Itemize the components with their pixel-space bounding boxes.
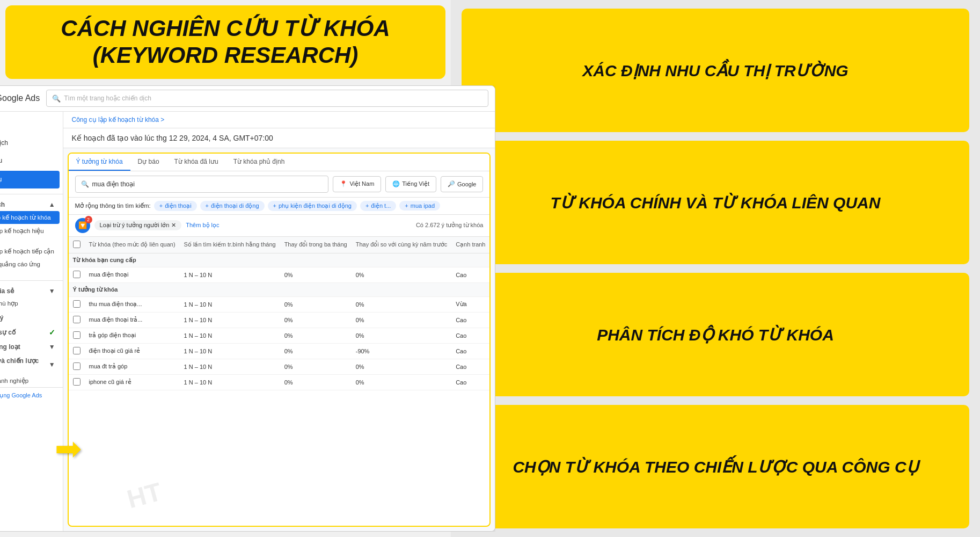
- sidebar-reach-planner[interactable]: Công cụ lập kế hoạch tiếp cận: [0, 245, 63, 258]
- ads-logo-text: Google Ads: [0, 93, 40, 103]
- planning-header[interactable]: Lập kế hoạch ▲: [0, 197, 63, 211]
- location-icon: 📍: [340, 180, 347, 187]
- row-checkbox-3[interactable]: [73, 316, 81, 323]
- filter-badge: 2: [85, 216, 92, 223]
- sidebar-top-icons: + Tạo 📢 Chiến dịch 🎯 Mục tiêu 🔧: [0, 112, 63, 192]
- keyword-cell-7: iphone cũ giá rẻ: [85, 374, 180, 390]
- budget-label: Ngân sách và chiến lược đặt giá thầu: [0, 357, 49, 372]
- vol-cell-3: 1 N – 10 N: [180, 312, 280, 328]
- sidebar-keyword-planner[interactable]: Công cụ lập kế hoạch từ khóa: [0, 211, 60, 224]
- shared-chevron: ▼: [49, 287, 55, 295]
- app-download-label: Tải ứng dụng Google Ads: [0, 392, 42, 399]
- kp-tabs: Ý tưởng từ khóa Dự báo Từ khóa đã lưu Từ…: [69, 154, 490, 171]
- keyword-table: Từ khóa (theo mức độ liên quan) Số lần t…: [69, 237, 490, 390]
- engine-filter[interactable]: 🔎 Google: [441, 176, 483, 192]
- sidebar-goal[interactable]: 🎯 Mục tiêu: [0, 152, 63, 170]
- row-checkbox-5[interactable]: [73, 347, 81, 354]
- vol-cell-5: 1 N – 10 N: [180, 343, 280, 359]
- shared-library-label: Thư viện chia sẻ: [0, 287, 14, 295]
- kp-table-container: Từ khóa (theo mức độ liên quan) Số lần t…: [69, 237, 490, 390]
- budget-header[interactable]: Ngân sách và chiến lược đặt giá thầu ▼: [0, 353, 63, 374]
- right-card-4: CHỌN TỪ KHÓA THEO CHIẾN LƯỢC QUA CÔNG CỤ: [462, 405, 969, 528]
- ads-sidebar: + Tạo 📢 Chiến dịch 🎯 Mục tiêu 🔧: [0, 112, 63, 531]
- comp-cell-5: Cao: [451, 343, 489, 359]
- management-header[interactable]: Trình quản lý: [0, 310, 63, 324]
- sidebar-create[interactable]: + Tạo: [0, 114, 63, 134]
- adult-filter-remove[interactable]: Loại trừ ý tưởng người lớn ✕: [94, 220, 182, 230]
- filter-funnel-btn[interactable]: 🔽 2: [75, 218, 90, 233]
- keyword-cell-6: mua đt trả góp: [85, 359, 180, 374]
- keyword-cell-2: thu mua điện thoạ...: [85, 296, 180, 312]
- th-checkbox: [69, 237, 85, 253]
- sidebar-biz-data[interactable]: Dữ liệu doanh nghiệp: [0, 374, 63, 387]
- shared-library-header[interactable]: Thư viện chia sẻ ▼: [0, 283, 63, 297]
- fix-header[interactable]: Khắc phục sự cố ✓: [0, 324, 63, 339]
- screenshot-wrapper: ☰ Google Ads 🔍 Tìm một trang hoặc chiến …: [0, 85, 495, 532]
- main-title-text: CÁCH NGHIÊN CỨU TỪ KHÓA (KEYWORD RESEARC…: [16, 15, 435, 69]
- arrow-overlay: ➡: [55, 430, 82, 467]
- remove-icon: ✕: [171, 222, 176, 229]
- sidebar-performance-planner[interactable]: Công cụ lập kế hoạch hiệu suất: [0, 224, 63, 245]
- search-icon: 🔍: [52, 95, 61, 103]
- row-checkbox-6[interactable]: [73, 362, 81, 370]
- app-download-bar[interactable]: 📱 Tải ứng dụng Google Ads: [0, 387, 63, 403]
- table-row: mua điện thoại trả... 1 N – 10 N 0% 0% C…: [69, 312, 490, 328]
- language-icon: 🌐: [392, 180, 400, 187]
- sidebar-campaign[interactable]: 📢 Chiến dịch: [0, 134, 63, 152]
- breadcrumb-text: Công cụ lập kế hoạch từ khóa >: [72, 116, 165, 124]
- location-filter[interactable]: 📍 Việt Nam: [333, 176, 381, 192]
- checkmark-icon: ✓: [49, 328, 55, 337]
- breadcrumb[interactable]: Công cụ lập kế hoạch từ khóa >: [63, 112, 495, 128]
- sidebar-app-ads[interactable]: Trung tâm quảng cáo ứng dụng: [0, 258, 63, 278]
- tag-plus-icon3: +: [273, 202, 276, 209]
- row-checkbox-4[interactable]: [73, 331, 81, 339]
- tab-saved-keywords[interactable]: Từ khóa đã lưu: [167, 154, 226, 171]
- language-filter[interactable]: 🌐 Tiếng Việt: [385, 176, 436, 192]
- google-ads-logo: Google Ads: [0, 91, 40, 106]
- tag-dienthoaididong[interactable]: + điện thoại di động: [200, 201, 265, 211]
- row-checkbox-7[interactable]: [73, 378, 81, 386]
- ads-main: + Tạo 📢 Chiến dịch 🎯 Mục tiêu 🔧: [0, 112, 495, 531]
- tab-negative-keywords[interactable]: Từ khóa phủ định: [226, 154, 292, 171]
- sidebar-content[interactable]: Nội dung phù hợp: [0, 297, 63, 310]
- yy-cell-7: 0%: [352, 374, 451, 390]
- table-row: điện thoại cũ giá rẻ 1 N – 10 N 0% -90% …: [69, 343, 490, 359]
- table-row: trả góp điện thoại 1 N – 10 N 0% 0% Cao: [69, 328, 490, 343]
- row-checkbox-2[interactable]: [73, 300, 81, 308]
- select-all-checkbox[interactable]: [73, 241, 81, 248]
- plan-title-text: Kế hoạch đã tạo vào lúc thg 12 29, 2024,…: [72, 134, 273, 142]
- kp-search-input[interactable]: 🔍 mua điện thoại: [75, 176, 329, 193]
- vol-cell-6: 1 N – 10 N: [180, 359, 280, 374]
- tab-forecast[interactable]: Dự báo: [130, 154, 167, 171]
- row-checkbox-1[interactable]: [73, 271, 81, 278]
- th-3m-change: Thay đổi trong ba tháng: [280, 237, 352, 253]
- sidebar-divider-2: [0, 280, 63, 281]
- add-filter-btn[interactable]: Thêm bộ lọc: [186, 222, 219, 229]
- comp-cell-1: Cao: [451, 267, 489, 282]
- comp-cell-2: Vừa: [451, 296, 489, 312]
- search-placeholder: Tìm một trang hoặc chiến dịch: [64, 95, 151, 102]
- right-card-1-title: XÁC ĐỊNH NHU CẦU THỊ TRƯỜNG: [582, 60, 848, 81]
- tag-phukien[interactable]: + phụ kiện điện thoại di động: [268, 201, 357, 211]
- table-row: thu mua điện thoạ... 1 N – 10 N 0% 0% Vừ…: [69, 296, 490, 312]
- perf-planner-label: Công cụ lập kế hoạch hiệu suất: [0, 228, 44, 242]
- tab-keyword-ideas[interactable]: Ý tưởng từ khóa: [69, 154, 130, 171]
- tag-dien-ellipsis[interactable]: + điện t...: [360, 201, 396, 211]
- app-ads-label: Trung tâm quảng cáo ứng dụng: [0, 261, 40, 275]
- tag-dien-label: điện t...: [371, 202, 391, 209]
- tag-muaipad[interactable]: + mua ipad: [399, 201, 440, 211]
- 3m-cell-4: 0%: [280, 328, 352, 343]
- language-label: Tiếng Việt: [402, 180, 429, 187]
- planning-chevron: ▲: [49, 201, 55, 208]
- ads-topbar: ☰ Google Ads 🔍 Tìm một trang hoặc chiến …: [0, 86, 495, 112]
- batch-header[interactable]: Thao tác hàng loạt ▼: [0, 339, 63, 353]
- vol-cell-4: 1 N – 10 N: [180, 328, 280, 343]
- comp-cell-3: Cao: [451, 312, 489, 328]
- right-card-2-title: TỪ KHÓA CHÍNH VÀ TỪ KHÓA LIÊN QUAN: [551, 192, 881, 213]
- ads-search-bar[interactable]: 🔍 Tìm một trang hoặc chiến dịch: [46, 90, 488, 107]
- vol-cell-7: 1 N – 10 N: [180, 374, 280, 390]
- th-keyword: Từ khóa (theo mức độ liên quan): [85, 237, 180, 253]
- tag-dienthoai[interactable]: + điện thoại: [154, 201, 197, 211]
- sidebar-tool[interactable]: 🔧 Công cụ: [0, 171, 60, 188]
- th-competition: Cạnh tranh: [451, 237, 489, 253]
